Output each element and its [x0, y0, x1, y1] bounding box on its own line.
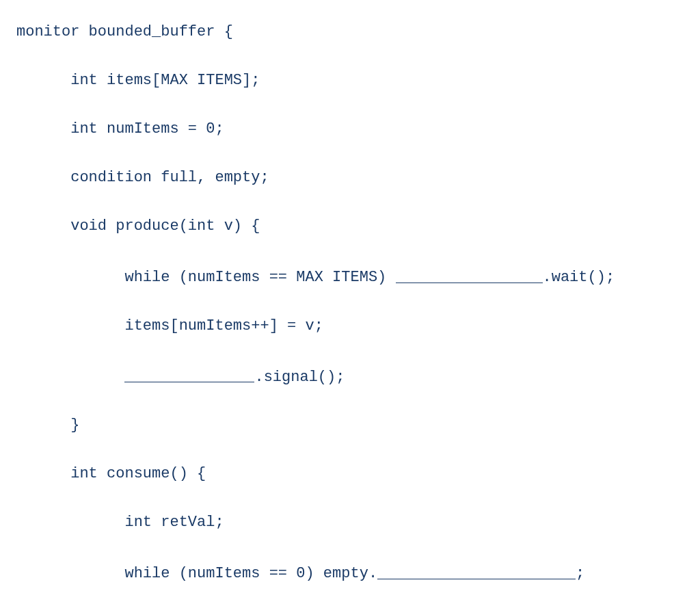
code-line: void produce(int v) {	[16, 219, 700, 234]
code-text: ;	[576, 565, 584, 582]
code-block: monitor bounded_buffer { int items[MAX I…	[0, 0, 700, 604]
code-line: int items[MAX ITEMS];	[16, 73, 700, 88]
fill-blank[interactable]	[377, 566, 576, 579]
code-line: .signal();	[16, 367, 700, 385]
code-text: .wait();	[543, 269, 615, 286]
code-line: int numItems = 0;	[16, 122, 700, 137]
code-line: monitor bounded_buffer {	[16, 25, 700, 40]
code-text: .signal();	[254, 368, 345, 385]
fill-blank[interactable]	[396, 270, 543, 283]
code-line: while (numItems == 0) empty.;	[16, 564, 700, 581]
code-line: condition full, empty;	[16, 170, 700, 185]
fill-blank[interactable]	[124, 369, 254, 383]
code-line: int retVal;	[16, 515, 700, 530]
code-text	[16, 368, 124, 385]
code-line: }	[16, 418, 700, 433]
code-line: int consume() {	[16, 467, 700, 482]
code-text: while (numItems == MAX ITEMS)	[16, 269, 396, 286]
code-line: while (numItems == MAX ITEMS) .wait();	[16, 267, 700, 285]
code-text: while (numItems == 0) empty.	[16, 565, 377, 582]
code-line: items[numItems++] = v;	[16, 319, 700, 334]
